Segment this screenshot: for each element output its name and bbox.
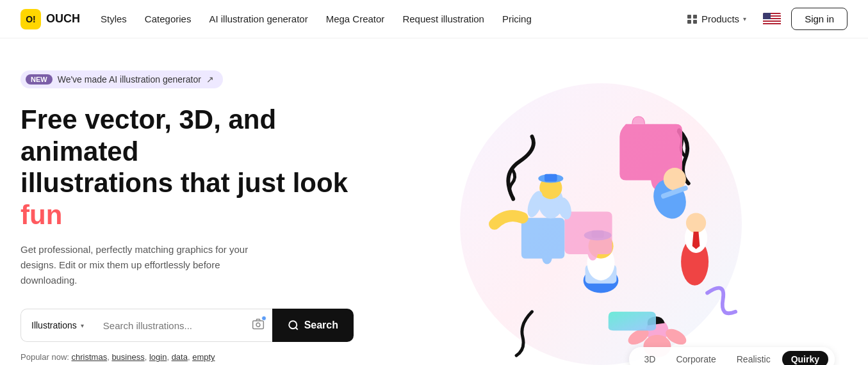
style-tabs: 3D Corporate Realistic Quirky (629, 347, 835, 365)
popular-now: Popular now: christmas, business, login,… (20, 352, 354, 362)
hero-illustration (463, 86, 739, 362)
main-content: New We've made AI illustration generator… (0, 38, 868, 365)
arrow-icon: ↗ (206, 74, 214, 85)
right-column: 3D Corporate Realistic Quirky (354, 64, 848, 365)
language-flag[interactable] (763, 13, 781, 26)
hero-title-line1: Free vector, 3D, and animated (20, 104, 276, 166)
search-button[interactable]: Search (272, 309, 354, 342)
style-tab-realistic[interactable]: Realistic (728, 351, 780, 365)
products-label: Products (701, 13, 739, 24)
new-badge[interactable]: New We've made AI illustration generator… (20, 70, 223, 88)
svg-rect-0 (252, 321, 263, 329)
navigation: O! OUCH Styles Categories AI illustratio… (0, 0, 868, 38)
hero-title: Free vector, 3D, and animated illustrati… (20, 104, 354, 231)
search-type-label: Illustrations (31, 320, 77, 330)
popular-empty[interactable]: empty (192, 352, 215, 362)
hero-title-fun: fun (20, 200, 62, 230)
search-type-chevron: ▾ (81, 322, 84, 329)
illustration-circle (460, 83, 742, 365)
logo-icon: O! (20, 9, 41, 29)
style-tab-corporate[interactable]: Corporate (667, 351, 725, 365)
nav-pricing[interactable]: Pricing (502, 13, 532, 24)
style-tab-3d[interactable]: 3D (635, 351, 665, 365)
nav-links: Styles Categories AI illustration genera… (101, 13, 660, 24)
logo[interactable]: O! OUCH (20, 9, 80, 29)
camera-dot (261, 316, 266, 321)
hero-subtitle: Get professional, perfectly matching gra… (20, 242, 251, 288)
products-button[interactable]: Products ▾ (681, 10, 753, 28)
nav-styles[interactable]: Styles (101, 13, 127, 24)
nav-request[interactable]: Request illustration (402, 13, 484, 24)
svg-point-2 (289, 321, 297, 328)
chevron-down-icon: ▾ (743, 15, 746, 22)
popular-label: Popular now: (20, 352, 69, 362)
grid-icon (687, 15, 698, 24)
svg-line-3 (295, 328, 297, 330)
left-column: New We've made AI illustration generator… (20, 64, 354, 362)
camera-icon-wrap[interactable] (252, 318, 265, 333)
svg-point-1 (256, 323, 260, 327)
popular-login[interactable]: login (149, 352, 167, 362)
popular-christmas[interactable]: christmas (72, 352, 108, 362)
search-input-wrapper (94, 309, 272, 342)
nav-right: Products ▾ Sign in (681, 8, 848, 30)
nav-ai-generator[interactable]: AI illustration generator (209, 13, 307, 24)
signin-button[interactable]: Sign in (791, 8, 848, 30)
search-type-button[interactable]: Illustrations ▾ (20, 309, 94, 342)
svg-point-10 (685, 213, 705, 232)
popular-data[interactable]: data (172, 352, 188, 362)
hero-title-line2: illustrations that just look (20, 168, 348, 198)
popular-business[interactable]: business (111, 352, 144, 362)
new-label: New (26, 74, 53, 85)
badge-text: We've made AI illustration generator (58, 74, 201, 85)
search-button-label: Search (304, 320, 338, 331)
search-input[interactable] (94, 309, 272, 342)
style-tab-quirky[interactable]: Quirky (782, 351, 828, 365)
logo-name: OUCH (46, 12, 80, 26)
search-icon (288, 320, 299, 331)
nav-categories[interactable]: Categories (145, 13, 192, 24)
nav-mega-creator[interactable]: Mega Creator (326, 13, 385, 24)
search-bar: Illustrations ▾ S (20, 309, 354, 342)
svg-rect-20 (545, 174, 557, 182)
